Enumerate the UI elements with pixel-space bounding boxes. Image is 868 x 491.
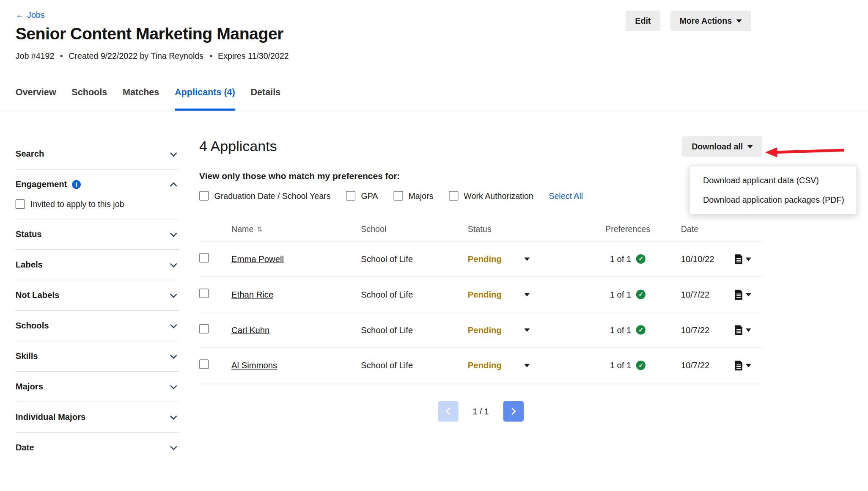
row-checkbox[interactable] — [199, 324, 209, 334]
applicant-name-link[interactable]: Carl Kuhn — [231, 325, 269, 334]
chevron-right-icon — [509, 408, 516, 415]
engagement-label-text: Engagement — [16, 179, 67, 190]
documents-dropdown[interactable] — [731, 325, 762, 335]
applicant-name-link[interactable]: Emma Powell — [231, 254, 284, 263]
filter-section-skills: Skills — [16, 341, 179, 372]
chevron-down-icon — [170, 230, 177, 237]
filter-section-search-header[interactable]: Search — [16, 149, 179, 159]
job-meta: Job #4192 Created 9/22/2022 by Tina Reyn… — [16, 51, 853, 74]
applicant-school: School of Life — [361, 325, 468, 335]
header-actions: Edit More Actions — [626, 11, 751, 31]
more-actions-button[interactable]: More Actions — [670, 11, 751, 31]
more-actions-label: More Actions — [679, 16, 732, 25]
edit-button-label: Edit — [635, 16, 651, 25]
applicant-name-link[interactable]: Al Simmons — [231, 360, 277, 370]
majors-label: Majors — [408, 191, 433, 200]
invited-checkbox-label: Invited to apply to this job — [30, 199, 124, 209]
job-number: Job #4192 — [16, 51, 55, 60]
check-circle-icon: ✓ — [636, 254, 646, 264]
filter-option-invited[interactable]: Invited to apply to this job — [16, 199, 179, 209]
table-row: Ethan Rice School of Life Pending 1 of 1… — [199, 277, 762, 312]
page-count: 1 / 1 — [472, 407, 489, 416]
row-checkbox[interactable] — [199, 359, 209, 369]
status-dropdown[interactable]: Pending — [468, 360, 530, 370]
tab-matches[interactable]: Matches — [123, 83, 159, 111]
status-dropdown[interactable]: Pending — [468, 325, 530, 335]
tab-details[interactable]: Details — [250, 83, 280, 111]
filter-section-labels-header[interactable]: Labels — [16, 260, 179, 270]
chevron-left-icon — [446, 408, 453, 415]
download-all-button[interactable]: Download all — [682, 136, 762, 157]
filter-section-engagement: Engagement i Invited to apply to this jo… — [16, 169, 179, 219]
document-icon — [735, 254, 743, 264]
download-all-label: Download all — [692, 142, 743, 151]
content: Search Engagement i Invited to apply to … — [0, 111, 868, 463]
majors-checkbox[interactable] — [393, 191, 403, 200]
applicants-heading-row: 4 Applicants Download all — [199, 136, 762, 157]
gpa-checkbox[interactable] — [346, 191, 355, 200]
chevron-down-icon — [170, 412, 177, 419]
preferences-match: 1 of 1 ✓ — [574, 254, 681, 264]
applicant-name-link[interactable]: Ethan Rice — [231, 290, 273, 299]
filter-section-search: Search — [16, 139, 179, 169]
page-header: ← Jobs Senior Content Marketing Manager … — [0, 0, 868, 75]
documents-dropdown[interactable] — [731, 290, 762, 300]
chevron-down-icon — [170, 321, 177, 328]
check-circle-icon: ✓ — [636, 361, 646, 370]
status-badge: Pending — [468, 325, 502, 335]
next-page-button[interactable] — [503, 401, 524, 421]
gpa-label: GPA — [361, 191, 378, 200]
tab-applicants[interactable]: Applicants (4) — [175, 83, 235, 111]
work-auth-checkbox[interactable] — [449, 191, 458, 200]
pref-grad-date[interactable]: Graduation Date / School Years — [199, 191, 330, 200]
chevron-down-icon — [746, 364, 751, 367]
filter-label-not-labels: Not Labels — [16, 290, 60, 301]
document-icon — [735, 360, 743, 370]
menu-item-download-csv[interactable]: Download applicant data (CSV) — [690, 171, 857, 190]
tab-schools[interactable]: Schools — [71, 83, 107, 111]
info-icon[interactable]: i — [72, 180, 81, 189]
filter-section-schools-header[interactable]: Schools — [16, 321, 179, 331]
pref-work-auth[interactable]: Work Authorization — [449, 191, 533, 200]
filter-section-individual-majors-header[interactable]: Individual Majors — [16, 412, 179, 422]
row-checkbox[interactable] — [199, 253, 209, 262]
grad-date-checkbox[interactable] — [199, 191, 209, 200]
invited-checkbox[interactable] — [16, 199, 25, 209]
filter-section-individual-majors: Individual Majors — [16, 402, 179, 433]
filter-section-date-header[interactable]: Date — [16, 443, 179, 453]
filter-section-status: Status — [16, 219, 179, 250]
filter-section-status-header[interactable]: Status — [16, 229, 179, 240]
filter-label-schools: Schools — [16, 321, 49, 331]
filter-section-not-labels-header[interactable]: Not Labels — [16, 290, 179, 301]
chevron-down-icon — [170, 382, 177, 389]
preferences-count: 1 of 1 — [610, 360, 632, 370]
chevron-down-icon — [170, 149, 177, 157]
filter-section-majors-header[interactable]: Majors — [16, 382, 179, 392]
filter-label-skills: Skills — [16, 351, 38, 361]
edit-button[interactable]: Edit — [626, 11, 660, 31]
status-dropdown[interactable]: Pending — [468, 254, 530, 264]
filter-label-majors: Majors — [16, 382, 43, 392]
column-header-preferences: Preferences — [574, 224, 681, 234]
back-to-jobs-link[interactable]: ← Jobs — [16, 10, 45, 19]
job-created: Created 9/22/2022 by Tina Reynolds — [69, 51, 203, 60]
status-badge: Pending — [468, 254, 502, 264]
main-panel: 4 Applicants Download all View only thos… — [199, 111, 868, 422]
row-checkbox[interactable] — [199, 289, 209, 298]
menu-item-download-pdf[interactable]: Download application packages (PDF) — [690, 190, 857, 210]
filter-section-skills-header[interactable]: Skills — [16, 351, 179, 361]
documents-dropdown[interactable] — [731, 254, 762, 264]
column-header-name[interactable]: Name ⇅ — [231, 224, 361, 234]
documents-dropdown[interactable] — [731, 360, 762, 370]
previous-page-button[interactable] — [438, 401, 458, 421]
preferences-count: 1 of 1 — [610, 325, 632, 335]
filter-section-labels: Labels — [16, 250, 179, 280]
pref-majors[interactable]: Majors — [393, 191, 433, 200]
document-icon — [735, 290, 743, 300]
status-dropdown[interactable]: Pending — [468, 290, 530, 300]
pref-gpa[interactable]: GPA — [346, 191, 378, 200]
select-all-link[interactable]: Select All — [549, 191, 583, 200]
applicant-school: School of Life — [361, 360, 468, 370]
tab-overview[interactable]: Overview — [16, 83, 56, 111]
filter-section-engagement-header[interactable]: Engagement i — [16, 179, 179, 190]
